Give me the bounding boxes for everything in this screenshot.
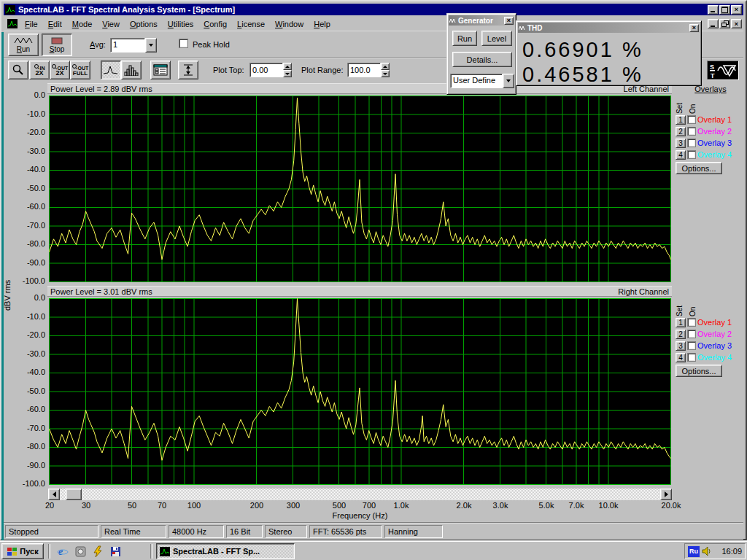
- generator-run-button[interactable]: Run: [452, 31, 477, 46]
- bar-plot-mode-button[interactable]: [121, 61, 142, 79]
- menu-item-view[interactable]: View: [98, 18, 124, 30]
- zoom-out-full-button[interactable]: OUT FULL: [70, 61, 90, 79]
- zoom-in-2x-button[interactable]: IN 2X: [29, 61, 50, 79]
- scroll-left-button[interactable]: [48, 489, 60, 500]
- window-title: SpectraLAB - FFT Spectral Analysis Syste…: [18, 5, 235, 14]
- spectrum-plot-left[interactable]: [49, 96, 671, 282]
- overlay-label-3: Overlay 3: [697, 139, 732, 147]
- svg-text:S: S: [710, 63, 714, 71]
- overlay-set-button-1[interactable]: 1: [676, 318, 686, 327]
- generator-preset-arrow-icon[interactable]: [503, 74, 514, 88]
- x-tick-label: 7.0k: [569, 501, 584, 510]
- overlay-set-button-2[interactable]: 2: [676, 330, 686, 339]
- maximize-button[interactable]: [719, 5, 730, 15]
- y-tick-label: -20.0: [9, 330, 45, 339]
- x-tick-label: 10.0k: [599, 501, 619, 510]
- generator-preset-select[interactable]: User Define: [450, 74, 514, 88]
- overlay-label-1: Overlay 1: [697, 318, 732, 327]
- run-button[interactable]: Run: [8, 34, 39, 56]
- thd-value-left: 0.66901 %: [522, 37, 695, 62]
- overlay-on-checkbox-3[interactable]: [687, 139, 696, 147]
- menu-item-config[interactable]: Config: [199, 18, 231, 30]
- thd-title-bar: THD ×: [518, 23, 700, 33]
- overlay-set-button-2[interactable]: 2: [676, 127, 686, 136]
- quick-launch-desktop-icon[interactable]: [73, 545, 88, 558]
- overlay-on-checkbox-4[interactable]: [687, 150, 696, 159]
- y-tick-label: -60.0: [9, 202, 45, 211]
- spectrum-plot-right[interactable]: [49, 298, 671, 485]
- volume-icon[interactable]: [702, 546, 712, 556]
- plot-top-input[interactable]: 0.00: [249, 63, 283, 77]
- x-axis-title: Frequency (Hz): [49, 511, 671, 520]
- menu-item-window[interactable]: Window: [271, 18, 308, 30]
- avg-select[interactable]: 1: [110, 38, 157, 52]
- overlay-set-button-4[interactable]: 4: [676, 150, 686, 160]
- overlay-on-checkbox-2[interactable]: [687, 330, 696, 338]
- language-indicator[interactable]: Ru: [688, 546, 700, 557]
- overlay-set-button-3[interactable]: 3: [676, 341, 686, 351]
- mdi-close-button[interactable]: ×: [731, 19, 742, 28]
- zoom-out-2x-button[interactable]: OUT 2X: [50, 61, 70, 79]
- display-options-button[interactable]: [150, 61, 171, 79]
- overlay-set-button-3[interactable]: 3: [676, 139, 686, 148]
- overlay-on-checkbox-1[interactable]: [687, 115, 696, 124]
- right-channel-label: Right Channel: [618, 287, 669, 296]
- avg-dropdown-arrow-icon[interactable]: [145, 38, 157, 52]
- status-panel-0: Stopped: [5, 525, 98, 538]
- close-button[interactable]: ×: [731, 5, 742, 15]
- overlay-on-checkbox-4[interactable]: [687, 353, 696, 362]
- quick-launch-save-icon[interactable]: [108, 545, 123, 558]
- frequency-scrollbar[interactable]: [48, 489, 672, 500]
- thd-title: THD: [527, 24, 543, 32]
- overlay-set-button-4[interactable]: 4: [676, 353, 686, 362]
- overlay-on-checkbox-1[interactable]: [687, 318, 696, 327]
- status-bar: StoppedReal Time48000 Hz16 BitStereoFFT:…: [4, 522, 743, 540]
- y-tick-label: -10.0: [9, 109, 45, 118]
- menu-item-file[interactable]: File: [20, 18, 42, 30]
- generator-close-button[interactable]: ×: [504, 17, 514, 25]
- overlays-options-button-top[interactable]: Options...: [676, 162, 722, 174]
- stop-button[interactable]: Stop: [42, 34, 72, 56]
- plot-range-spinner[interactable]: [381, 63, 390, 77]
- plot-range-input[interactable]: 100.0: [347, 63, 381, 77]
- generator-level-button[interactable]: Level: [481, 31, 512, 46]
- x-tick-label: 700: [363, 501, 376, 510]
- generator-window: Generator × Run Level Details... User De…: [446, 13, 516, 95]
- menu-item-help[interactable]: Help: [309, 18, 335, 30]
- menu-item-mode[interactable]: Mode: [68, 18, 97, 30]
- menu-item-utilities[interactable]: Utilities: [163, 18, 198, 30]
- scroll-thumb[interactable]: [66, 489, 82, 500]
- menu-item-options[interactable]: Options: [125, 18, 162, 30]
- line-plot-mode-button[interactable]: [101, 61, 121, 79]
- start-button[interactable]: Пуск: [1, 543, 44, 559]
- scroll-right-button[interactable]: [660, 489, 672, 500]
- quick-launch-internet-icon[interactable]: e: [55, 545, 70, 558]
- y-axis-title: dBV rms: [3, 255, 12, 335]
- plot-top-label: Plot Top:: [213, 66, 244, 74]
- overlays-options-button-bottom[interactable]: Options...: [676, 365, 722, 377]
- thd-close-button[interactable]: ×: [689, 24, 699, 32]
- plot-top-spinner[interactable]: [283, 63, 292, 77]
- status-panel-3: 16 Bit: [226, 525, 263, 538]
- menu-item-edit[interactable]: Edit: [44, 18, 66, 30]
- overlay-set-button-1[interactable]: 1: [676, 115, 686, 125]
- overlay-row: 1Overlay 1: [676, 114, 747, 125]
- overlay-rows-bottom: 1Overlay 12Overlay 23Overlay 34Overlay 4: [676, 316, 747, 363]
- zoom-button[interactable]: [8, 61, 28, 79]
- y-tick-label: -30.0: [9, 147, 45, 155]
- mdi-minimize-button[interactable]: [708, 19, 719, 28]
- x-tick-label: 20: [45, 501, 54, 510]
- scale-button[interactable]: [178, 61, 198, 79]
- quick-launch-lightning-icon[interactable]: [90, 545, 105, 558]
- overlay-on-checkbox-2[interactable]: [687, 127, 696, 136]
- minimize-button[interactable]: [708, 5, 719, 15]
- peak-hold-checkbox[interactable]: [179, 39, 188, 48]
- mdi-restore-button[interactable]: [719, 19, 730, 28]
- stop-rect-icon: [51, 37, 63, 44]
- generator-details-button[interactable]: Details...: [452, 52, 512, 67]
- overlay-row: 2Overlay 2: [676, 328, 747, 340]
- desktop: SpectraLAB - FFT Spectral Analysis Syste…: [0, 0, 747, 560]
- spectralab-task-button[interactable]: SpectraLAB - FFT Sp...: [156, 543, 295, 559]
- overlay-on-checkbox-3[interactable]: [687, 341, 696, 350]
- menu-item-license[interactable]: License: [233, 18, 269, 30]
